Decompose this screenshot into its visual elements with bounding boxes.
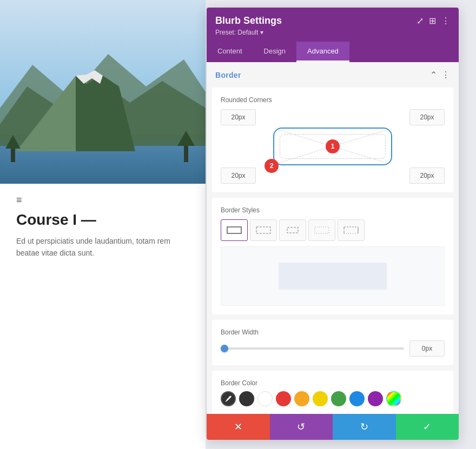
color-green[interactable]: [331, 391, 346, 406]
rounded-corners-label: Rounded Corners: [221, 96, 445, 104]
badge-2: 2: [265, 159, 279, 173]
redo-button[interactable]: ↻: [333, 414, 396, 440]
undo-button[interactable]: ↺: [270, 414, 333, 440]
panel-header-icons: ⤢ ⊞ ⋮: [416, 16, 450, 26]
svg-rect-16: [315, 227, 329, 233]
border-width-section: Border Width 0px: [212, 320, 453, 365]
svg-rect-13: [227, 227, 241, 233]
border-width-value: 0px: [409, 340, 445, 357]
corner-bottom-row: [221, 167, 445, 184]
page-text-content: ≡ Course I — Ed ut perspiciatis unde lau…: [0, 184, 206, 270]
save-button[interactable]: ✓: [396, 414, 459, 440]
svg-rect-17: [344, 227, 358, 233]
badge-1: 1: [326, 139, 340, 153]
color-swatches-row: [221, 391, 445, 406]
svg-rect-15: [287, 227, 298, 233]
border-preview-inner: [279, 263, 387, 290]
border-style-mixed[interactable]: [338, 219, 365, 241]
color-red[interactable]: [276, 391, 291, 406]
color-gradient[interactable]: [386, 391, 401, 406]
page-title: Course I —: [16, 211, 189, 229]
svg-rect-9: [184, 143, 188, 162]
tab-advanced[interactable]: Advanced: [296, 42, 349, 62]
page-background: ≡ Course I — Ed ut perspiciatis unde lau…: [0, 0, 206, 449]
border-width-label: Border Width: [221, 329, 445, 336]
border-style-dashed-outer[interactable]: [250, 219, 277, 241]
corner-tr-input[interactable]: [409, 109, 445, 125]
corner-preview-wrapper: 1 🔗 2: [268, 125, 398, 167]
border-style-dotted[interactable]: [308, 219, 335, 241]
menu-icon: ≡: [16, 195, 22, 206]
hero-image: [0, 0, 206, 184]
section-collapse-icon[interactable]: ⌃: [430, 70, 437, 80]
panel-tabs: Content Design Advanced: [207, 42, 459, 62]
border-style-solid[interactable]: [221, 219, 248, 241]
panel-title: Blurb Settings: [215, 15, 282, 26]
section-header-right: ⌃ ⋮: [430, 70, 450, 80]
cancel-button[interactable]: ✕: [207, 414, 270, 440]
page-body-text: Ed ut perspiciatis unde laudantium, tota…: [16, 235, 189, 259]
panel-footer: ✕ ↺ ↻ ✓: [207, 414, 459, 440]
panel-preset[interactable]: Preset: Default ▾: [215, 29, 450, 36]
border-preview-area: [221, 246, 445, 306]
corner-bl-input[interactable]: [221, 167, 256, 184]
border-color-section: Border Color •: [212, 371, 453, 414]
corner-tl-input[interactable]: [221, 109, 256, 125]
border-color-label: Border Color: [221, 379, 445, 387]
svg-point-22: [226, 401, 227, 402]
border-style-dashed-inner[interactable]: [279, 219, 306, 241]
color-white[interactable]: [257, 391, 273, 406]
panel-header: Blurb Settings ⤢ ⊞ ⋮ Preset: Default ▾: [207, 8, 459, 42]
color-yellow[interactable]: [313, 391, 328, 406]
border-section-content: Rounded Corners 1: [212, 88, 453, 192]
tab-content[interactable]: Content: [207, 42, 253, 62]
panel-body: Border ⌃ ⋮ Rounded Corners: [207, 62, 459, 414]
rounded-corners-grid: 1 🔗 2: [221, 109, 445, 184]
border-styles-section: Border Styles: [212, 198, 453, 314]
border-section-title: Border: [215, 71, 241, 79]
color-purple[interactable]: [368, 391, 383, 406]
slider-row: 0px: [221, 340, 445, 357]
corner-preview-box: 1 🔗: [273, 128, 392, 165]
color-orange[interactable]: [294, 391, 309, 406]
color-blue[interactable]: [349, 391, 365, 406]
color-black[interactable]: [239, 391, 254, 406]
border-styles-label: Border Styles: [221, 206, 445, 214]
layout-icon[interactable]: ⊞: [429, 16, 436, 26]
tab-design[interactable]: Design: [253, 42, 296, 62]
expand-icon[interactable]: ⤢: [416, 16, 424, 26]
settings-panel: Blurb Settings ⤢ ⊞ ⋮ Preset: Default ▾ C…: [207, 8, 459, 440]
svg-rect-14: [256, 227, 270, 233]
more-icon[interactable]: ⋮: [441, 16, 450, 26]
border-style-options: [221, 219, 445, 241]
border-width-slider[interactable]: [221, 347, 404, 350]
panel-header-top: Blurb Settings ⤢ ⊞ ⋮: [215, 15, 450, 26]
corner-br-input[interactable]: [409, 167, 445, 184]
section-options-icon[interactable]: ⋮: [441, 70, 450, 80]
corner-top-row: [221, 109, 445, 125]
eyedropper-swatch[interactable]: [221, 391, 236, 406]
border-section-header: Border ⌃ ⋮: [207, 62, 459, 88]
